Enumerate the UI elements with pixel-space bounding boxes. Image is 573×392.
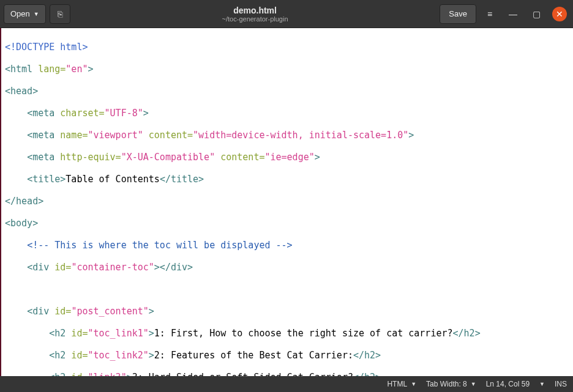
code-line	[5, 284, 569, 295]
open-button[interactable]: Open ▼	[4, 4, 46, 24]
tabwidth-selector[interactable]: Tab Width: 8 ▼	[426, 380, 476, 388]
maximize-icon: ▢	[533, 9, 541, 19]
titlebar: Open ▼ ⎘ demo.html ~/toc-generator-plugi…	[0, 0, 573, 28]
new-tab-button[interactable]: ⎘	[50, 4, 70, 24]
caret-down-icon: ▼	[411, 381, 416, 387]
code-line: <div id="post_content">	[5, 306, 569, 317]
code-line: <meta charset="UTF-8">	[5, 108, 569, 119]
caret-down-icon: ▼	[539, 381, 545, 387]
editor-area[interactable]: <!DOCTYPE html> <html lang="en"> <head> …	[0, 28, 573, 376]
position-label: Ln 14, Col 59	[486, 380, 530, 388]
code-line: <title>Table of Contents</title>	[5, 174, 569, 185]
filepath-label: ~/toc-generator-plugin	[222, 15, 288, 23]
save-button[interactable]: Save	[440, 4, 476, 24]
filename-label: demo.html	[233, 6, 277, 15]
minimize-icon: —	[509, 9, 517, 19]
insert-mode-selector[interactable]: ▼	[539, 381, 545, 387]
statusbar: HTML ▼ Tab Width: 8 ▼ Ln 14, Col 59 ▼ IN…	[0, 376, 573, 392]
caret-down-icon: ▼	[34, 11, 39, 17]
cursor-position[interactable]: Ln 14, Col 59	[486, 380, 530, 388]
close-icon: ✕	[556, 9, 563, 19]
code-line: <meta name="viewport" content="width=dev…	[5, 130, 569, 141]
code-line: <!-- This is where the toc will be displ…	[5, 240, 569, 251]
code-line: <h2 id="link3">3: Hard Sided or Soft Sid…	[5, 372, 569, 376]
hamburger-icon: ≡	[487, 9, 492, 19]
code-line: <!DOCTYPE html>	[5, 42, 569, 53]
insert-mode[interactable]: INS	[555, 380, 567, 388]
language-label: HTML	[387, 380, 407, 388]
code-line: </head>	[5, 196, 569, 207]
new-tab-icon: ⎘	[58, 9, 62, 19]
code-line: <body>	[5, 218, 569, 229]
code-line: <head>	[5, 86, 569, 97]
language-selector[interactable]: HTML ▼	[387, 380, 416, 388]
close-button[interactable]: ✕	[552, 7, 567, 21]
open-label: Open	[10, 9, 30, 18]
hamburger-menu-button[interactable]: ≡	[480, 4, 500, 24]
code-line: <h2 id="toc_link1">1: First, How to choo…	[5, 328, 569, 339]
code-line: <div id="container-toc"></div>	[5, 262, 569, 273]
minimize-button[interactable]: —	[503, 4, 523, 24]
maximize-button[interactable]: ▢	[526, 4, 546, 24]
code-line: <html lang="en">	[5, 64, 569, 75]
mode-label: INS	[555, 380, 567, 388]
title-center: demo.html ~/toc-generator-plugin	[74, 6, 436, 23]
tabwidth-label: Tab Width: 8	[426, 380, 467, 388]
save-label: Save	[449, 9, 467, 18]
code-line: <meta http-equiv="X-UA-Compatible" conte…	[5, 152, 569, 163]
caret-down-icon: ▼	[471, 381, 476, 387]
code-line: <h2 id="toc_link2">2: Features of the Be…	[5, 350, 569, 361]
